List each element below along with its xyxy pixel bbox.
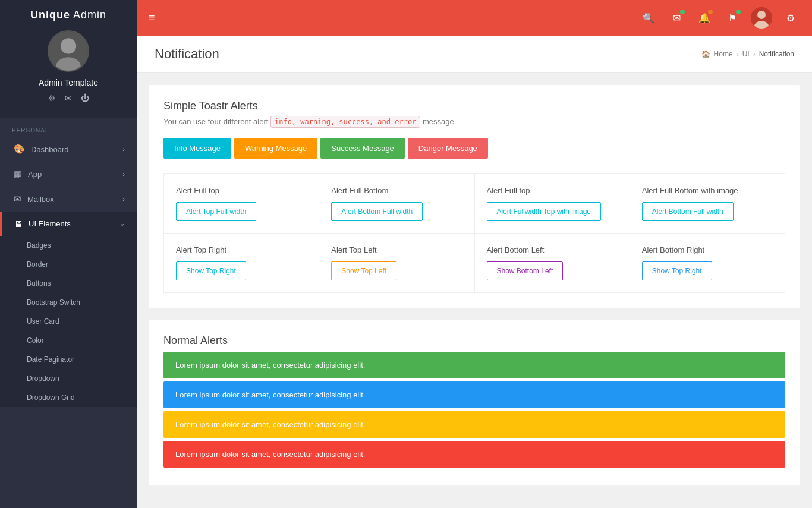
alert-bottom-left-cell: Alert Bottom Left Show Bottom Left xyxy=(475,234,630,293)
menu-icon[interactable]: ≡ xyxy=(149,12,155,24)
alert-positions-row1: Alert Full top Alert Top Full width Aler… xyxy=(163,173,785,234)
alert-top-left-label: Alert Top Left xyxy=(331,245,462,254)
monitor-icon: 🖥 xyxy=(14,219,23,229)
svg-point-1 xyxy=(61,38,76,53)
sidebar-header: Unique Admin Admin Template ⚙ ✉ ⏻ xyxy=(0,0,137,118)
gear-icon[interactable]: ⚙ xyxy=(48,93,56,103)
toastr-code: info, warning, success, and error xyxy=(270,116,420,128)
alert-top-right-label: Alert Top Right xyxy=(176,245,307,254)
envelope-icon[interactable]: ✉ xyxy=(65,93,72,103)
chevron-right-icon: › xyxy=(122,146,125,153)
sidebar-sub-item-user-card[interactable]: User Card xyxy=(0,312,137,331)
alert-fullwidth-top-image-button[interactable]: Alert Fullwidth Top with image xyxy=(487,202,602,221)
alert-bottom-right-cell: Alert Bottom Right Show Top Right xyxy=(630,234,785,293)
alert-info: Lorem ipsum dolor sit amet, consectetur … xyxy=(163,381,785,408)
alert-full-top-img-label: Alert Full top xyxy=(487,186,618,195)
alert-bottom-full-width-button[interactable]: Alert Bottom Full width xyxy=(331,202,423,221)
chevron-right-icon: › xyxy=(122,171,125,178)
alert-full-top-label: Alert Full top xyxy=(176,186,307,195)
alert-top-left-cell: Alert Top Left Show Top Left xyxy=(319,234,474,293)
sidebar: Unique Admin Admin Template ⚙ ✉ ⏻ PERSON… xyxy=(0,0,137,508)
sidebar-sub-item-buttons[interactable]: Buttons xyxy=(0,274,137,293)
bell-badge xyxy=(708,10,713,14)
flag-icon-button[interactable]: ⚑ xyxy=(723,8,742,27)
home-icon: 🏠 xyxy=(701,50,710,58)
sidebar-user-icons: ⚙ ✉ ⏻ xyxy=(6,93,131,103)
content-area: Notification 🏠 Home › UI › Notification … xyxy=(137,36,812,508)
sidebar-item-app[interactable]: ▦ App › xyxy=(0,162,137,187)
alert-positions-row2: Alert Top Right Show Top Right Alert Top… xyxy=(163,234,785,293)
simple-toastr-section: Simple Toastr Alerts You can use four di… xyxy=(149,85,800,308)
breadcrumb-home[interactable]: Home xyxy=(714,50,733,58)
sidebar-item-dashboard[interactable]: 🎨 Dashboard › xyxy=(0,137,137,162)
show-top-right-button[interactable]: Show Top Right xyxy=(176,261,246,280)
power-icon[interactable]: ⏻ xyxy=(81,93,89,103)
chevron-down-icon: ⌄ xyxy=(119,220,125,228)
sidebar-item-ui-elements[interactable]: 🖥 UI Elements ⌄ xyxy=(0,212,137,236)
alert-full-top-img-cell: Alert Full top Alert Fullwidth Top with … xyxy=(475,174,630,234)
palette-icon: 🎨 xyxy=(14,144,25,154)
bell-icon-button[interactable]: 🔔 xyxy=(695,8,714,27)
alert-bottom-full-width-img-button[interactable]: Alert Bottom Full width xyxy=(642,202,734,221)
sidebar-sub-item-dropdown-grid[interactable]: Dropdown Grid xyxy=(0,388,137,407)
flag-badge xyxy=(736,10,741,14)
email-icon-button[interactable]: ✉ xyxy=(667,8,686,27)
alert-full-bottom-label: Alert Full Bottom xyxy=(331,186,462,195)
brand-name: Unique Admin xyxy=(6,9,131,21)
alert-warning: Lorem ipsum dolor sit amet, consectetur … xyxy=(163,411,785,438)
alert-top-full-width-button[interactable]: Alert Top Full width xyxy=(176,202,256,221)
content-header: Notification 🏠 Home › UI › Notification xyxy=(137,36,812,73)
sidebar-sub-menu: Badges Border Buttons Bootstrap Switch U… xyxy=(0,236,137,407)
breadcrumb-sep2: › xyxy=(753,50,756,58)
alert-full-bottom-img-label: Alert Full Bottom with image xyxy=(642,186,773,195)
topbar: ≡ 🔍 ✉ 🔔 ⚑ ⚙ xyxy=(137,0,812,36)
svg-point-4 xyxy=(757,11,766,19)
breadcrumb-current: Notification xyxy=(759,50,794,58)
sidebar-sub-item-dropdown[interactable]: Dropdown xyxy=(0,369,137,388)
breadcrumb-ui[interactable]: UI xyxy=(742,50,750,58)
normal-alerts-title: Normal Alerts xyxy=(163,335,785,347)
breadcrumb-sep1: › xyxy=(737,50,739,58)
sidebar-item-label: Mailbox xyxy=(27,195,54,204)
page-title: Notification xyxy=(155,46,219,62)
alert-full-top-cell: Alert Full top Alert Top Full width xyxy=(164,174,319,234)
sidebar-sub-item-badges[interactable]: Badges xyxy=(0,236,137,255)
sidebar-item-mailbox[interactable]: ✉ Mailbox › xyxy=(0,187,137,212)
sidebar-sub-item-bootstrap-switch[interactable]: Bootstrap Switch xyxy=(0,293,137,312)
show-top-left-button[interactable]: Show Top Left xyxy=(331,261,396,280)
sidebar-item-label: UI Elements xyxy=(29,219,71,228)
show-bottom-left-button[interactable]: Show Bottom Left xyxy=(487,261,564,280)
alert-full-bottom-cell: Alert Full Bottom Alert Bottom Full widt… xyxy=(319,174,474,234)
simple-toastr-desc: You can use four different alert info, w… xyxy=(163,117,785,126)
alert-full-bottom-img-cell: Alert Full Bottom with image Alert Botto… xyxy=(630,174,785,234)
danger-message-button[interactable]: Danger Message xyxy=(408,138,488,159)
alert-bottom-right-label: Alert Bottom Right xyxy=(642,245,773,254)
alert-bottom-left-label: Alert Bottom Left xyxy=(487,245,618,254)
alert-top-right-cell: Alert Top Right Show Top Right xyxy=(164,234,319,293)
alert-type-buttons: Info Message Warning Message Success Mes… xyxy=(163,138,785,159)
sidebar-sub-item-border[interactable]: Border xyxy=(0,255,137,274)
main-area: ≡ 🔍 ✉ 🔔 ⚑ ⚙ Notification xyxy=(137,0,812,508)
sidebar-sub-item-date-paginator[interactable]: Date Paginator xyxy=(0,350,137,369)
grid-icon: ▦ xyxy=(14,169,22,179)
show-top-right-2-button[interactable]: Show Top Right xyxy=(642,261,712,280)
success-message-button[interactable]: Success Message xyxy=(320,138,405,159)
mail-icon: ✉ xyxy=(14,194,21,204)
normal-alerts-section: Normal Alerts Lorem ipsum dolor sit amet… xyxy=(149,320,800,485)
info-message-button[interactable]: Info Message xyxy=(163,138,231,159)
chevron-right-icon: › xyxy=(122,195,125,203)
email-badge xyxy=(680,10,685,14)
sidebar-sub-item-color[interactable]: Color xyxy=(0,331,137,350)
alert-danger: Lorem ipsum dolor sit amet, consectetur … xyxy=(163,441,785,468)
breadcrumb: 🏠 Home › UI › Notification xyxy=(701,50,794,58)
section-label-personal: PERSONAL xyxy=(0,118,137,137)
settings-icon-button[interactable]: ⚙ xyxy=(781,8,800,27)
warning-message-button[interactable]: Warning Message xyxy=(234,138,317,159)
user-avatar[interactable] xyxy=(751,7,772,29)
avatar xyxy=(48,30,89,72)
sidebar-item-label: App xyxy=(28,170,42,179)
sidebar-username: Admin Template xyxy=(6,78,131,87)
alert-success: Lorem ipsum dolor sit amet, consectetur … xyxy=(163,352,785,378)
search-icon-button[interactable]: 🔍 xyxy=(639,8,658,27)
sidebar-item-label: Dashboard xyxy=(31,145,69,154)
